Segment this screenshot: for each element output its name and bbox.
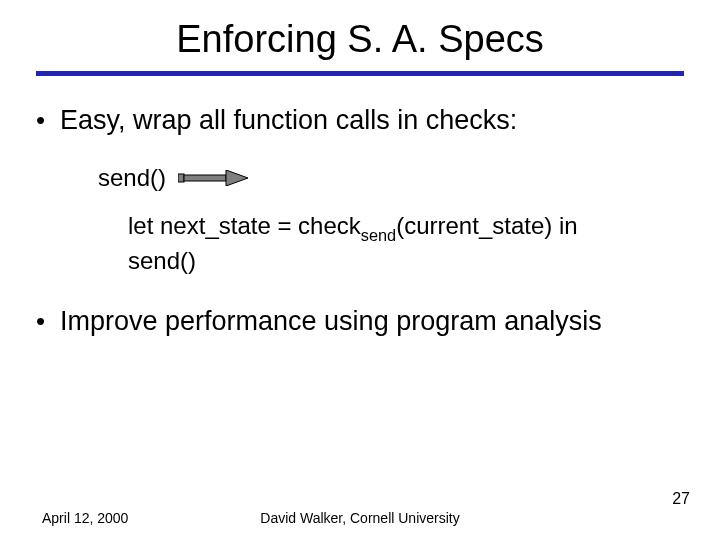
svg-rect-1 [184,175,226,181]
bullet-2: Improve performance using program analys… [36,305,684,339]
send-before-row: send() [98,164,684,192]
code-let: let next_state = check [128,212,361,239]
code-block: let next_state = checksend(current_state… [128,210,684,277]
slide: Enforcing S. A. Specs Easy, wrap all fun… [0,0,720,540]
code-line-2: send() [128,245,684,277]
slide-title: Enforcing S. A. Specs [0,0,720,67]
footer-author: David Walker, Cornell University [0,510,720,526]
code-line-1: let next_state = checksend(current_state… [128,210,684,245]
code-tail: (current_state) in [396,212,577,239]
footer: April 12, 2000 David Walker, Cornell Uni… [0,488,720,528]
svg-marker-2 [226,170,248,186]
bullet-list: Easy, wrap all function calls in checks:… [36,104,684,339]
send-before-text: send() [98,164,166,192]
page-number: 27 [672,490,690,508]
svg-rect-0 [178,174,184,182]
code-subscript: send [361,226,396,244]
title-underline [36,71,684,76]
arrow-right-icon [178,164,248,192]
bullet-1: Easy, wrap all function calls in checks: [36,104,684,138]
